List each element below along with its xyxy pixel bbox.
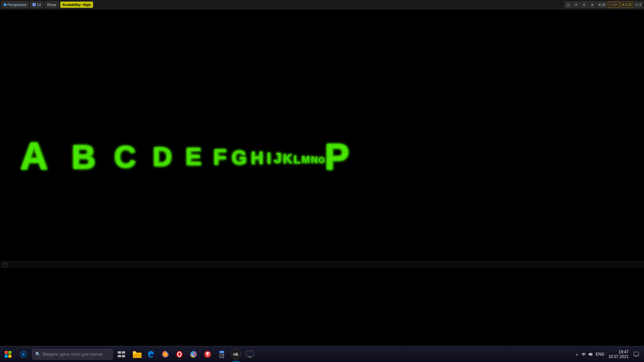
file-explorer-app[interactable] — [130, 346, 144, 362]
unreal-engine-app[interactable]: UE — [229, 346, 243, 362]
lit-icon — [33, 3, 36, 6]
letter-M: M — [302, 155, 310, 165]
letter-J: J — [274, 151, 281, 165]
network-icon — [581, 352, 586, 357]
maximize-icon[interactable]: ⊞ — [589, 1, 596, 8]
svg-point-19 — [192, 353, 195, 356]
letter-B: B — [71, 140, 96, 174]
opera-icon — [175, 350, 184, 359]
lit-button[interactable]: Lit — [30, 1, 43, 8]
svg-rect-29 — [219, 357, 222, 358]
volume-tray-icon[interactable] — [588, 352, 593, 357]
num-value: 4 — [639, 3, 641, 7]
taskbar-apps: UE — [129, 346, 572, 362]
windows-logo-icon — [5, 351, 11, 358]
network-tray-icon[interactable] — [581, 352, 586, 357]
svg-rect-8 — [118, 355, 121, 357]
ue-logo: UE — [230, 349, 241, 360]
vivaldi-app[interactable] — [201, 346, 215, 362]
svg-rect-35 — [634, 352, 639, 356]
grid-icon: ⊞ — [598, 3, 601, 6]
rotation-value: 10° — [613, 3, 618, 7]
letters-container: A B C D E F G H I J K L M N O P — [20, 137, 349, 175]
letter-N: N — [311, 155, 318, 165]
search-icon: 🔍 — [35, 352, 41, 357]
scale-value: 0.25 — [625, 3, 632, 7]
svg-rect-27 — [221, 355, 222, 356]
taskbar: 🔍 Введите здесь текст для поиска — [0, 346, 644, 362]
language-indicator[interactable]: ENG — [594, 352, 606, 357]
viewport: A B C D E F G H I J K L M N O P — [0, 9, 644, 261]
letter-L: L — [293, 154, 301, 165]
svg-rect-31 — [246, 351, 254, 356]
grid-group[interactable]: ⊞ 10 — [597, 1, 607, 8]
letter-D: D — [153, 143, 172, 170]
num-group[interactable]: ⊡ 4 — [634, 1, 643, 8]
svg-rect-30 — [223, 357, 224, 358]
perspective-dot — [4, 3, 6, 6]
svg-rect-28 — [223, 355, 224, 356]
camera-icon[interactable]: 🎥 — [565, 1, 572, 8]
letter-F: F — [213, 146, 227, 168]
svg-rect-11 — [133, 354, 142, 358]
expand-tray-button[interactable]: ▲ — [574, 352, 580, 357]
letter-G: G — [232, 148, 247, 167]
desktop-icon — [246, 351, 254, 358]
svg-rect-6 — [118, 351, 121, 354]
taskbar-search[interactable]: 🔍 Введите здесь текст для поиска — [32, 349, 113, 360]
task-view-icon — [118, 351, 125, 357]
edge-app[interactable] — [144, 346, 158, 362]
svg-rect-22 — [219, 351, 224, 353]
vivaldi-icon — [203, 350, 212, 359]
chevron-up-icon: ▲ — [575, 353, 578, 356]
letter-O: O — [318, 156, 325, 164]
notification-icon — [634, 352, 639, 357]
task-view-button[interactable] — [114, 347, 128, 361]
svg-marker-34 — [589, 353, 591, 356]
file-explorer-icon — [133, 351, 142, 358]
letter-K: K — [283, 153, 292, 165]
bottom-area: ? — [0, 261, 644, 268]
svg-rect-25 — [223, 354, 224, 355]
lit-label: Lit — [37, 3, 41, 7]
volume-icon — [588, 352, 593, 357]
taskbar-clock[interactable]: 19:47 10.07.2021 — [607, 350, 630, 359]
toolbar: Perspective Lit Show Scalability: High 🎥… — [0, 0, 644, 9]
help-icon[interactable]: ? — [3, 262, 8, 268]
firefox-app[interactable] — [158, 346, 172, 362]
svg-rect-7 — [122, 351, 125, 354]
rotation-icon: ↻ — [609, 3, 612, 6]
firefox-icon — [161, 350, 170, 359]
show-button[interactable]: Show — [45, 1, 59, 8]
taskbar-right: ▲ ENG 19:47 10.07.2021 — [572, 346, 644, 362]
calculator-icon — [218, 350, 225, 359]
desktop-app[interactable] — [243, 346, 257, 362]
svg-rect-2 — [5, 355, 8, 358]
calculator-app[interactable] — [215, 346, 229, 362]
opera-app[interactable] — [172, 346, 186, 362]
letter-C: C — [114, 142, 136, 172]
letter-H: H — [251, 149, 264, 167]
perspective-button[interactable]: Perspective — [1, 1, 29, 8]
scalability-button[interactable]: Scalability: High — [60, 1, 94, 8]
svg-rect-26 — [219, 355, 221, 356]
svg-rect-9 — [122, 355, 125, 357]
start-button[interactable] — [0, 346, 16, 362]
svg-rect-32 — [248, 357, 252, 357]
eye-icon[interactable]: 👁 — [573, 1, 580, 8]
scale-group[interactable]: ✥ 0.25 — [620, 1, 633, 8]
toolbar-right: 🎥 👁 ⚙ ⊞ ⊞ 10 ↻ 10° ✥ 0.25 ⊡ 4 — [563, 0, 644, 9]
svg-rect-3 — [8, 355, 11, 358]
grid-value: 10 — [602, 3, 605, 7]
notification-button[interactable] — [631, 346, 641, 362]
chrome-app[interactable] — [186, 346, 201, 362]
scale-icon: ✥ — [622, 3, 625, 6]
clock-time: 19:47 — [608, 350, 629, 354]
rotation-group[interactable]: ↻ 10° — [608, 1, 620, 8]
cortana-button[interactable] — [16, 347, 31, 361]
settings-icon[interactable]: ⚙ — [581, 1, 588, 8]
svg-rect-0 — [5, 351, 8, 354]
svg-rect-24 — [221, 354, 222, 355]
scalability-label: Scalability: High — [62, 3, 91, 7]
show-label: Show — [47, 3, 56, 7]
